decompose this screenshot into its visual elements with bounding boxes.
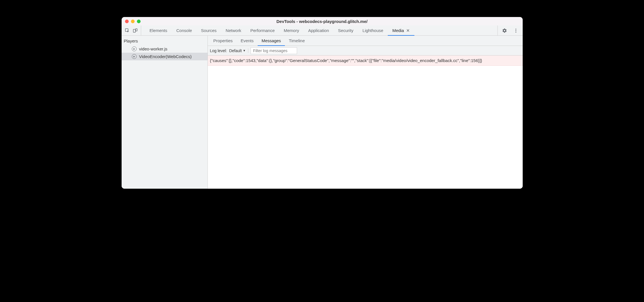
panel-tab-sources[interactable]: Sources bbox=[196, 25, 221, 35]
player-item-label: VideoEncoder(WebCodecs) bbox=[139, 54, 192, 59]
panel-tab-performance[interactable]: Performance bbox=[246, 25, 279, 35]
tab-label: Console bbox=[176, 28, 192, 33]
subtabs: PropertiesEventsMessagesTimeline bbox=[208, 36, 523, 46]
player-item[interactable]: VideoEncoder(WebCodecs) bbox=[122, 53, 207, 60]
log-level-label: Log level: bbox=[210, 48, 227, 53]
zoom-window-button[interactable] bbox=[137, 20, 141, 23]
panel-tab-memory[interactable]: Memory bbox=[279, 25, 304, 35]
filter-input[interactable] bbox=[251, 47, 297, 54]
tab-label: Application bbox=[308, 28, 329, 33]
close-icon[interactable]: ✕ bbox=[406, 28, 410, 33]
tab-label: Elements bbox=[150, 28, 168, 33]
tab-label: Security bbox=[338, 28, 353, 33]
minimize-window-button[interactable] bbox=[131, 20, 135, 23]
subtab-timeline[interactable]: Timeline bbox=[285, 36, 309, 46]
main-area: Players video-worker.jsVideoEncoder(WebC… bbox=[122, 36, 523, 189]
content-pane: PropertiesEventsMessagesTimeline Log lev… bbox=[208, 36, 523, 189]
devtools-window: DevTools - webcodecs-playground.glitch.m… bbox=[122, 17, 523, 189]
svg-rect-2 bbox=[135, 29, 137, 31]
player-item-label: video-worker.js bbox=[139, 46, 168, 51]
tab-label: Network bbox=[226, 28, 241, 33]
device-toolbar-button[interactable] bbox=[131, 27, 139, 35]
svg-point-5 bbox=[515, 31, 516, 32]
svg-point-3 bbox=[515, 29, 516, 29]
window-title: DevTools - webcodecs-playground.glitch.m… bbox=[122, 19, 523, 24]
filter-bar: Log level: Default ▼ bbox=[208, 46, 523, 56]
panel-tab-elements[interactable]: Elements bbox=[145, 25, 172, 35]
panel-tab-application[interactable]: Application bbox=[304, 25, 333, 35]
chevron-down-icon: ▼ bbox=[243, 49, 246, 52]
subtab-events[interactable]: Events bbox=[237, 36, 258, 46]
player-item[interactable]: video-worker.js bbox=[122, 45, 207, 53]
messages-area: {"causes":[],"code":1543,"data":{},"grou… bbox=[208, 56, 523, 189]
subtab-messages[interactable]: Messages bbox=[258, 36, 285, 46]
main-toolbar: ElementsConsoleSourcesNetworkPerformance… bbox=[122, 25, 523, 36]
svg-point-4 bbox=[515, 30, 516, 31]
players-sidebar: Players video-worker.jsVideoEncoder(WebC… bbox=[122, 36, 208, 189]
panel-tab-network[interactable]: Network bbox=[221, 25, 246, 35]
inspect-element-button[interactable] bbox=[123, 27, 131, 35]
panel-tab-security[interactable]: Security bbox=[334, 25, 358, 35]
settings-button[interactable] bbox=[501, 27, 509, 35]
sidebar-header: Players bbox=[122, 36, 207, 45]
panel-tab-media[interactable]: Media✕ bbox=[388, 25, 414, 35]
more-options-button[interactable] bbox=[512, 27, 520, 35]
log-message[interactable]: {"causes":[],"code":1543,"data":{},"grou… bbox=[208, 56, 523, 66]
log-level-value: Default bbox=[229, 48, 242, 53]
panel-tab-console[interactable]: Console bbox=[172, 25, 196, 35]
play-icon bbox=[132, 54, 137, 59]
subtab-properties[interactable]: Properties bbox=[209, 36, 237, 46]
tab-label: Media bbox=[392, 28, 404, 33]
tab-label: Sources bbox=[201, 28, 217, 33]
svg-rect-1 bbox=[133, 29, 135, 32]
toolbar-left-group bbox=[122, 25, 141, 35]
toolbar-right-group bbox=[497, 25, 523, 35]
window-titlebar: DevTools - webcodecs-playground.glitch.m… bbox=[122, 17, 523, 25]
close-window-button[interactable] bbox=[125, 20, 129, 23]
tab-label: Memory bbox=[284, 28, 299, 33]
log-level-dropdown[interactable]: Default ▼ bbox=[229, 48, 248, 53]
traffic-lights bbox=[125, 20, 141, 23]
play-icon bbox=[132, 46, 137, 51]
panel-tabs: ElementsConsoleSourcesNetworkPerformance… bbox=[145, 25, 497, 35]
tab-label: Lighthouse bbox=[363, 28, 383, 33]
panel-tab-lighthouse[interactable]: Lighthouse bbox=[358, 25, 388, 35]
tab-label: Performance bbox=[250, 28, 275, 33]
